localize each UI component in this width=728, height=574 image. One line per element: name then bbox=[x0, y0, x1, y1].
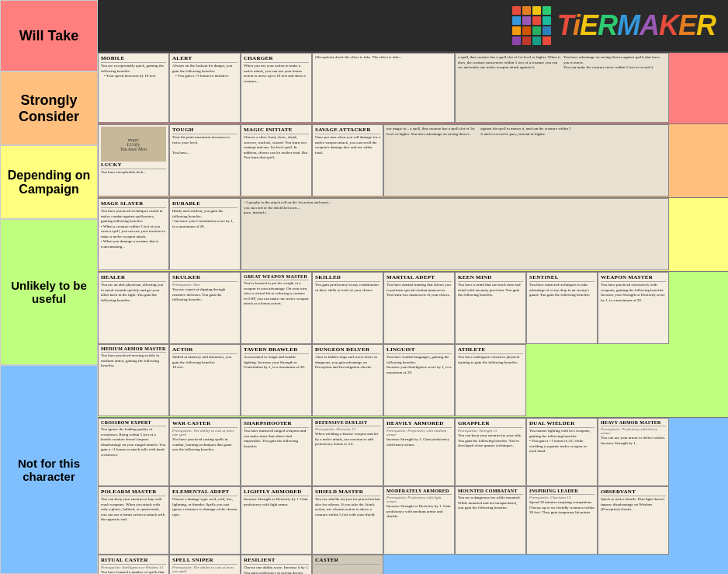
card-charger-body: When you use your action to make a melee… bbox=[244, 64, 309, 84]
card-ce-title: Crossbow Expert bbox=[101, 420, 166, 426]
card-lucky-body: You have inexplicable luck... bbox=[101, 170, 166, 176]
card-obs-title: Observant bbox=[601, 489, 666, 496]
card-ha-title: Heavily Armored bbox=[387, 420, 452, 428]
card-inspiring-leader[interactable]: Inspiring Leader Prerequisite: Charisma … bbox=[526, 486, 598, 555]
card-mage-slayer-title: Mage Slayer bbox=[101, 200, 166, 208]
tier-label-unlikely: Unlikely to be useful bbox=[0, 219, 98, 365]
card-tough-title: Tough bbox=[172, 127, 237, 134]
card-obs-body: Quick to notice details. Dim light doesn… bbox=[601, 497, 666, 513]
card-savage-attacker-body: Once per turn when you roll damage for a… bbox=[315, 135, 380, 155]
card-linguist[interactable]: Linguist You have studied languages, gai… bbox=[383, 344, 455, 416]
card-martial-adept[interactable]: Martial Adept You have martial training … bbox=[383, 272, 455, 344]
card-il-prereq: Prerequisite: Charisma 13 bbox=[529, 496, 595, 499]
card-crossbow-expert[interactable]: Crossbow Expert You ignore the loading q… bbox=[98, 418, 169, 486]
card-caster-label: CASTER bbox=[312, 555, 383, 574]
card-athlete-title: Athlete bbox=[458, 346, 523, 354]
card-ea-title: Elemental Adept bbox=[172, 489, 237, 496]
card-ma-body: Increase Strength or Dexterity by 1. Gai… bbox=[387, 504, 452, 520]
card-martial-adept-title: Martial Adept bbox=[387, 274, 452, 282]
card-sentinel-title: Sentinel bbox=[529, 274, 595, 282]
card-magic-initiate-title: Magic Initiate bbox=[244, 127, 309, 134]
card-dual-wielder[interactable]: Dual Wielder You master fighting with tw… bbox=[526, 418, 598, 486]
content-area: TiERMAKER Mobile You are exceptionally q… bbox=[98, 0, 728, 574]
main-container: Will Take Strongly Consider Depending on… bbox=[0, 0, 728, 574]
card-rc-body: You have learned a number of spells that… bbox=[101, 570, 166, 574]
card-athlete[interactable]: Athlete You have undergone extensive phy… bbox=[455, 344, 526, 416]
card-dungeon-delver[interactable]: Dungeon Delver Alert to hidden traps and… bbox=[312, 344, 383, 416]
card-skulker-prereq: Prerequisite: Dex bbox=[172, 283, 237, 287]
card-lucky[interactable]: magicLUcKyYou have Mon Lucky You have in… bbox=[98, 124, 169, 197]
card-tavern-brawler[interactable]: Tavern Brawler Accustomed to rough-and-t… bbox=[241, 344, 312, 416]
card-sharpshooter[interactable]: Sharpshooter You have mastered ranged we… bbox=[241, 418, 312, 486]
card-spell-sniper[interactable]: Spell Sniper Prerequisite: The ability t… bbox=[169, 555, 241, 574]
card-sentinel-body: You have mastered techniques to take adv… bbox=[529, 283, 595, 298]
card-durable[interactable]: Durable Hardy and resilient, you gain th… bbox=[169, 198, 241, 270]
card-mc-body: You are a dangerous foe while mounted. W… bbox=[458, 496, 523, 511]
card-sentinel[interactable]: Sentinel You have mastered techniques to… bbox=[526, 272, 598, 344]
logo-grid-icon bbox=[512, 6, 551, 45]
row-strongly: magicLUcKyYou have Mon Lucky You have in… bbox=[98, 124, 728, 198]
card-mounted-combatant[interactable]: Mounted Combatant You are a dangerous fo… bbox=[455, 486, 526, 555]
card-mage-slayer-body: You have practiced techniques useful in … bbox=[101, 209, 166, 249]
card-healer-title: Healer bbox=[101, 274, 166, 282]
cards-depending: Mage Slayer You have practiced technique… bbox=[98, 198, 669, 272]
card-healer[interactable]: Healer You are an able physician, allowi… bbox=[98, 272, 169, 344]
card-martial-adept-body: You have martial training that allows yo… bbox=[387, 283, 452, 298]
card-observant[interactable]: Observant Quick to notice details. Dim l… bbox=[598, 486, 669, 555]
card-charger-title: Charger bbox=[244, 55, 309, 63]
card-res-title: Resilient bbox=[244, 557, 309, 565]
card-defensive-duelist[interactable]: Defensive Duelist Prerequisite: Dexterit… bbox=[312, 418, 383, 486]
card-scan-strongly-body: use magic to... a spell, that creature h… bbox=[387, 127, 666, 137]
card-skulker[interactable]: Skulker Prerequisite: Dex You are expert… bbox=[169, 272, 241, 344]
card-skilled[interactable]: Skilled You gain proficiency in any comb… bbox=[312, 272, 383, 344]
cards-will-take: Mobile You are exceptionally quick, gain… bbox=[98, 53, 669, 124]
card-actor-title: Actor bbox=[172, 346, 237, 354]
card-heavily-armored[interactable]: Heavily Armored Prerequisite: Proficienc… bbox=[383, 418, 455, 486]
card-ha-prereq: Prerequisite: Proficiency with medium ar… bbox=[387, 429, 452, 437]
card-grappler-body: You can keep your enemies by your side. … bbox=[458, 433, 523, 449]
card-resilient[interactable]: Resilient Choose one ability score. Incr… bbox=[241, 555, 312, 574]
card-shield-master[interactable]: Shield Master You use shields not just f… bbox=[312, 486, 383, 555]
card-shm-body: You use shields not just for protection … bbox=[315, 497, 380, 517]
card-ma-title: Moderately Armored bbox=[387, 489, 452, 495]
card-shm-title: Shield Master bbox=[315, 489, 380, 496]
card-defd-prereq: Prerequisite: Dexterity 13 bbox=[315, 427, 380, 431]
tiermaker-logo: TiERMAKER bbox=[512, 6, 716, 45]
card-medium-armor-master[interactable]: Medium Armor Master You have practiced m… bbox=[98, 344, 169, 416]
card-la-body: Increase Strength or Dexterity by 1. Gai… bbox=[244, 497, 309, 507]
card-moderately-armored[interactable]: Moderately Armored Prerequisite: Profici… bbox=[383, 486, 455, 555]
card-ritual-caster[interactable]: Ritual Caster Prerequisite: Intelligence… bbox=[98, 555, 169, 574]
card-lightly-armored[interactable]: Lightly Armored Increase Strength or Dex… bbox=[241, 486, 312, 555]
card-weapon-master-body: You have practiced extensively with weap… bbox=[601, 283, 666, 303]
card-keen-mind[interactable]: Keen Mind You have a mind that can track… bbox=[455, 272, 526, 344]
card-mobile[interactable]: Mobile You are exceptionally quick, gain… bbox=[98, 53, 169, 123]
card-defd-body: When wielding a finesse weapon and hit b… bbox=[315, 432, 380, 447]
card-savage-attacker-title: Savage Attacker bbox=[315, 127, 380, 134]
card-magic-initiate[interactable]: Magic Initiate Choose a class: bard, cle… bbox=[241, 124, 312, 197]
card-weapon-master[interactable]: Weapon Master You have practiced extensi… bbox=[598, 272, 669, 344]
card-mam-body: You have practiced moving swiftly in med… bbox=[101, 353, 166, 369]
card-ham-prereq: Prerequisite: Proficiency with heavy arm… bbox=[601, 427, 666, 435]
card-polearm-master[interactable]: Polearm Master You can keep your enemies… bbox=[98, 486, 169, 555]
card-war-caster[interactable]: War Caster Prerequisite: The ability to … bbox=[169, 418, 241, 486]
logo-text: TiERMAKER bbox=[557, 9, 716, 42]
card-gwm[interactable]: Great Weapon Master You've learned to pu… bbox=[241, 272, 312, 344]
card-ss-title: Sharpshooter bbox=[244, 420, 309, 428]
card-actor[interactable]: Actor Skilled at mimicry and dramatics, … bbox=[169, 344, 241, 416]
card-pm-title: Polearm Master bbox=[101, 489, 166, 496]
card-tough[interactable]: Tough Your hit point maximum increases t… bbox=[169, 124, 241, 197]
card-heavy-armor-master[interactable]: Heavy Armor Master Prerequisite: Profici… bbox=[598, 418, 669, 486]
card-grappler[interactable]: Grappler Prerequisite: Strength 13 You c… bbox=[455, 418, 526, 486]
card-scan-depending-body: −5 penalty to the attack roll on the 1st… bbox=[244, 200, 666, 216]
card-ea-body: Choose a damage type: acid, cold, fire, … bbox=[172, 497, 237, 517]
cards-unlikely: Healer You are an able physician, allowi… bbox=[98, 272, 728, 418]
card-savage-attacker[interactable]: Savage Attacker Once per turn when you r… bbox=[312, 124, 383, 197]
card-alert-body: Always on the lookout for danger, you ga… bbox=[172, 64, 237, 79]
card-charger[interactable]: Charger When you use your action to make… bbox=[241, 53, 312, 123]
card-scan-body: a spell, that creature has a spell slot … bbox=[458, 55, 666, 71]
card-elemental-adept[interactable]: Elemental Adept Choose a damage type: ac… bbox=[169, 486, 241, 555]
card-alert[interactable]: Alert Always on the lookout for danger, … bbox=[169, 53, 241, 123]
card-mage-slayer[interactable]: Mage Slayer You have practiced technique… bbox=[98, 198, 169, 270]
card-extra-will-take[interactable]: (Deception) check the effect is fake. Th… bbox=[312, 53, 455, 123]
card-ss-body: You have mastered ranged weapons and can… bbox=[244, 429, 309, 449]
